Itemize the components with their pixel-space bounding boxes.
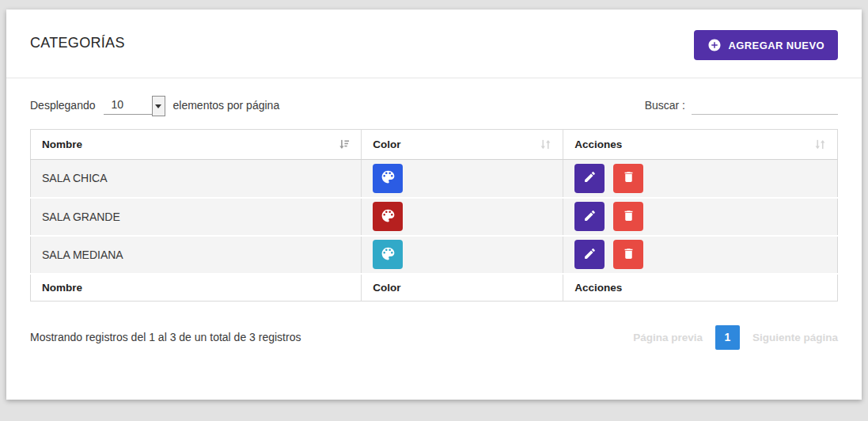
palette-icon	[380, 207, 396, 226]
records-summary: Mostrando registros del 1 al 3 de un tot…	[30, 331, 301, 343]
trash-icon	[622, 247, 635, 263]
search-control: Buscar :	[645, 96, 838, 115]
edit-button[interactable]	[574, 164, 605, 193]
categories-table: Nombre Color	[30, 129, 838, 302]
pagination: Página previa 1 Siguiente página	[633, 325, 838, 350]
table-body: SALA CHICA SALA GRANDE	[31, 160, 838, 274]
current-page-button[interactable]: 1	[715, 325, 740, 350]
next-page-button[interactable]: Siguiente página	[752, 332, 838, 343]
column-header-nombre-label: Nombre	[42, 138, 82, 150]
palette-button[interactable]	[373, 202, 403, 231]
column-header-acciones-label: Acciones	[574, 138, 622, 150]
page-size-control: Desplegando 10 elementos por página	[30, 96, 279, 115]
page-size-select[interactable]: 10	[104, 96, 165, 115]
page-size-prefix-label: Desplegando	[30, 99, 96, 112]
table-row: SALA MEDIANA	[31, 236, 838, 274]
search-label: Buscar :	[645, 99, 685, 112]
palette-icon	[380, 245, 396, 264]
category-name-cell: SALA CHICA	[31, 160, 362, 198]
page-size-suffix-label: elementos por página	[173, 99, 280, 112]
sort-both-icon	[814, 138, 826, 150]
pencil-icon	[583, 170, 597, 186]
table-row: SALA CHICA	[31, 160, 838, 198]
edit-button[interactable]	[574, 240, 605, 269]
delete-button[interactable]	[613, 202, 643, 231]
palette-button[interactable]	[373, 164, 403, 193]
column-header-color-label: Color	[373, 138, 400, 150]
column-header-color[interactable]: Color	[362, 130, 563, 160]
edit-button[interactable]	[574, 202, 605, 231]
card-footer: Mostrando registros del 1 al 3 de un tot…	[6, 302, 862, 350]
page-size-selected-value: 10	[104, 96, 152, 114]
table-controls: Desplegando 10 elementos por página Busc…	[6, 78, 862, 129]
palette-icon	[380, 169, 396, 188]
table-header-row: Nombre Color	[31, 130, 838, 160]
column-header-nombre[interactable]: Nombre	[31, 130, 362, 160]
sort-amount-icon	[338, 138, 350, 150]
card-header: CATEGORÍAS AGREGAR NUEVO	[6, 9, 862, 78]
add-new-button[interactable]: AGREGAR NUEVO	[694, 30, 839, 60]
table-footer-row: Nombre Color Acciones	[31, 274, 838, 302]
footer-column-nombre: Nombre	[31, 274, 362, 302]
plus-circle-icon	[707, 38, 722, 52]
trash-icon	[622, 209, 635, 225]
previous-page-button[interactable]: Página previa	[633, 332, 703, 343]
category-name-cell: SALA MEDIANA	[31, 236, 362, 274]
trash-icon	[622, 170, 635, 186]
categories-card: CATEGORÍAS AGREGAR NUEVO Desplegando 10 …	[6, 9, 862, 400]
search-input[interactable]	[692, 96, 838, 115]
add-new-button-label: AGREGAR NUEVO	[729, 40, 825, 51]
palette-button[interactable]	[373, 240, 403, 269]
chevron-down-icon	[152, 96, 165, 116]
sort-both-icon	[540, 138, 552, 150]
table-row: SALA GRANDE	[31, 198, 838, 236]
footer-column-color: Color	[362, 274, 563, 302]
page-title: CATEGORÍAS	[30, 30, 125, 51]
pencil-icon	[583, 209, 597, 225]
category-name-cell: SALA GRANDE	[31, 198, 362, 236]
footer-column-acciones: Acciones	[563, 274, 838, 302]
delete-button[interactable]	[613, 240, 643, 269]
column-header-acciones[interactable]: Acciones	[563, 130, 838, 160]
delete-button[interactable]	[613, 164, 643, 193]
pencil-icon	[583, 247, 597, 263]
